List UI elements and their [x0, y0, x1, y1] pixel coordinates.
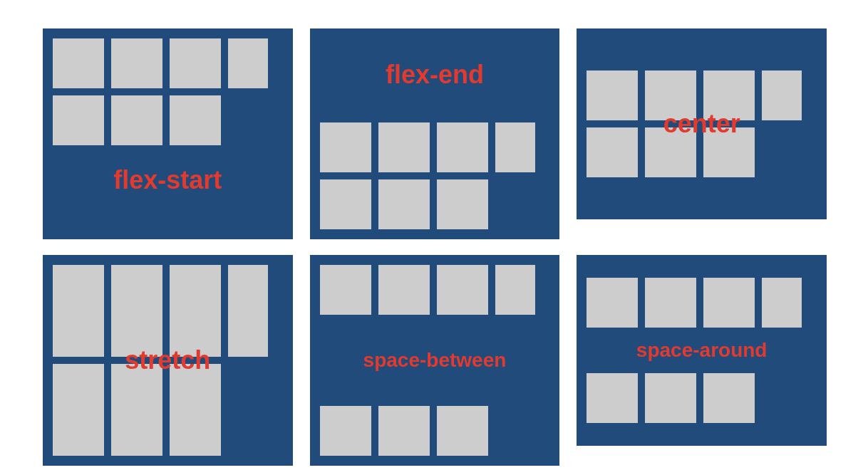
flex-item	[495, 122, 535, 172]
flex-item	[703, 373, 755, 423]
flex-item	[228, 38, 268, 88]
flex-item	[587, 373, 638, 423]
flex-item	[53, 265, 104, 357]
flex-row	[320, 179, 550, 229]
panel-label: center	[663, 109, 740, 139]
flex-item	[170, 265, 221, 357]
flex-item	[170, 364, 221, 456]
flex-item	[111, 95, 162, 145]
flex-row	[320, 265, 550, 315]
panel-label: space-around	[636, 339, 768, 362]
flex-row	[53, 265, 283, 357]
flex-row	[320, 406, 550, 456]
flex-item	[587, 278, 638, 328]
flex-item	[111, 364, 162, 456]
flex-row	[53, 38, 283, 88]
flex-item	[645, 373, 696, 423]
flex-item	[170, 38, 221, 88]
panel-flex-start: flex-start	[43, 28, 293, 239]
flex-item	[378, 179, 430, 229]
panel-label: flex-start	[113, 165, 222, 195]
panel-stretch: stretch	[43, 255, 293, 466]
flex-item	[378, 265, 430, 315]
flex-item	[587, 70, 638, 120]
flex-item	[645, 278, 696, 328]
flex-item	[437, 265, 488, 315]
panel-flex-end: flex-end	[310, 28, 560, 239]
flex-item	[378, 122, 430, 172]
flex-item	[170, 95, 221, 145]
flex-row	[53, 364, 283, 456]
flex-item	[762, 278, 802, 328]
flex-row	[587, 278, 817, 328]
panel-space-around: space-around	[577, 255, 827, 446]
flex-item	[320, 406, 371, 456]
align-content-diagram: flex-start flex-end	[43, 28, 827, 466]
flex-item	[587, 127, 638, 177]
flex-item	[53, 95, 104, 145]
flex-item	[437, 406, 488, 456]
flex-item	[378, 406, 430, 456]
panel-space-between: space-between	[310, 255, 560, 466]
flex-item	[53, 38, 104, 88]
flex-item	[320, 179, 371, 229]
flex-row	[587, 373, 817, 423]
flex-item	[111, 38, 162, 88]
flex-item	[111, 265, 162, 357]
flex-row	[53, 95, 283, 145]
panel-center: center	[577, 28, 827, 219]
flex-item	[320, 122, 371, 172]
panel-label: stretch	[125, 345, 210, 375]
flex-item	[320, 265, 371, 315]
flex-item	[228, 265, 268, 357]
flex-item	[437, 122, 488, 172]
flex-item	[495, 265, 535, 315]
panel-label: flex-end	[386, 60, 484, 90]
flex-item	[53, 364, 104, 456]
flex-item	[703, 278, 755, 328]
flex-row	[320, 122, 550, 172]
panel-label: space-between	[363, 349, 507, 372]
flex-item	[762, 70, 802, 120]
flex-item	[437, 179, 488, 229]
